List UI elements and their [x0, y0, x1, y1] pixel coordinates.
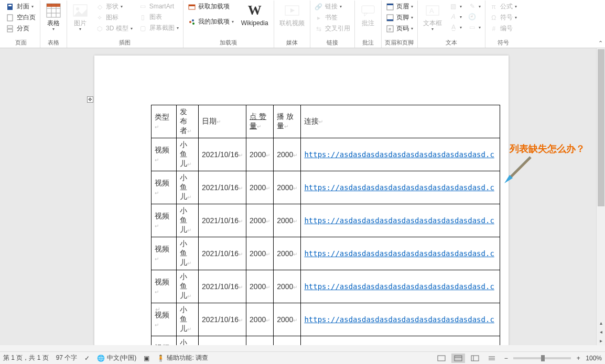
- table-button[interactable]: 表格 ▾: [42, 2, 64, 32]
- status-a11y[interactable]: 🧍辅助功能: 调查: [157, 354, 208, 362]
- get-addins-button[interactable]: 获取加载项: [186, 2, 236, 12]
- zoom-thumb[interactable]: [541, 355, 545, 361]
- zoom-slider[interactable]: [513, 357, 571, 359]
- svg-rect-35: [471, 356, 479, 361]
- group-tables: 表格 ▾ 表格: [40, 1, 67, 48]
- ribbon-collapse-button[interactable]: ⌃: [598, 40, 603, 47]
- dropcap-button[interactable]: A̲▾: [447, 23, 464, 32]
- icons-icon: ✧: [95, 14, 104, 22]
- table-row[interactable]: 视频↵小 鱼儿↵2021/10/16↵2000↵2000↵https://asd…: [152, 303, 500, 336]
- page-break-button[interactable]: 分页: [4, 24, 38, 34]
- group-tables-label: 表格: [48, 38, 59, 47]
- quickparts-button[interactable]: ▧▾: [447, 2, 464, 11]
- cell-url-link[interactable]: https://asdasdasdasdasdasdasdasdasdasdas…: [304, 183, 494, 192]
- my-addins-button[interactable]: 我的加载项 ▾: [186, 17, 236, 27]
- wikipedia-label: Wikipedia: [241, 19, 268, 27]
- page-break-icon: [6, 25, 15, 33]
- object-button[interactable]: ▭▾: [466, 23, 483, 32]
- view-print-button[interactable]: [451, 354, 465, 363]
- header-icon: [386, 3, 394, 11]
- ribbon: 封面 ▾ 空白页 分页 页面 表格 ▾ 表格: [0, 0, 605, 48]
- data-table[interactable]: 类型↵ 发 布者↵ 日期↵ 点 赞量↵ 播 放量↵ 连接↵ 视频↵小 鱼儿↵20…: [151, 105, 500, 345]
- cell-url-link[interactable]: https://asdasdasdasdasdasdasdasdasdasdas…: [304, 150, 494, 159]
- status-page[interactable]: 第 1 页，共 1 页: [3, 354, 49, 362]
- view-focus-button[interactable]: [435, 354, 448, 363]
- svg-rect-20: [362, 6, 374, 13]
- cover-page-button[interactable]: 封面 ▾: [4, 2, 38, 12]
- vertical-scrollbar[interactable]: ▴ ◂ ▸: [596, 48, 605, 345]
- page-number-button[interactable]: # 页码 ▾: [384, 24, 415, 34]
- status-proofing[interactable]: ✓: [84, 355, 90, 362]
- annotation-text: 列表缺失怎么办？: [510, 142, 585, 155]
- chevron-down-icon: ▾: [411, 15, 413, 20]
- status-bar: 第 1 页，共 1 页 97 个字 ✓ 🌐中文(中国) ▣ 🧍辅助功能: 调查 …: [0, 351, 605, 364]
- picture-button[interactable]: 图片 ▾: [69, 2, 91, 32]
- number-button[interactable]: # 编号: [488, 24, 519, 34]
- datetime-button[interactable]: 🕘: [466, 12, 483, 21]
- crossref-button[interactable]: ⇆ 交叉引用: [312, 24, 352, 34]
- zoom-in-button[interactable]: +: [574, 355, 582, 362]
- icons-button[interactable]: ✧ 图标: [93, 13, 135, 23]
- get-addins-label: 获取加载项: [198, 2, 230, 11]
- zoom-percent[interactable]: 100%: [586, 355, 602, 362]
- cell-type: 视频: [155, 212, 169, 220]
- group-headerfooter: 页眉 ▾ 页脚 ▾ # 页码 ▾ 页眉和页脚: [382, 1, 418, 48]
- wordart-button[interactable]: A▾: [447, 12, 464, 21]
- cell-url-link[interactable]: https://asdasdasdasdasdasdasdasdasdasdas…: [304, 216, 494, 225]
- wikipedia-button[interactable]: W Wikipedia: [238, 2, 272, 28]
- scroll-next-icon[interactable]: ▸: [597, 336, 605, 345]
- table-row[interactable]: 视频↵小 鱼儿↵2021/10/16↵2000↵2000↵https://asd…: [152, 237, 500, 270]
- view-web-button[interactable]: [468, 354, 482, 363]
- svg-point-15: [189, 21, 191, 23]
- chart-button[interactable]: ▯ 图表: [137, 12, 181, 22]
- view-outline-button[interactable]: [485, 354, 499, 363]
- table-row[interactable]: 视频↵小 鱼儿↵2021/10/16↵2000↵2000↵https://asd…: [152, 336, 500, 346]
- chevron-down-icon: ▾: [431, 27, 434, 31]
- table-row[interactable]: 视频↵小 鱼儿↵2021/10/16↵2000↵2000↵https://asd…: [152, 270, 500, 303]
- group-media-label: 媒体: [286, 38, 298, 47]
- scroll-up-icon[interactable]: ▴: [597, 318, 605, 327]
- cell-author: 小 鱼儿: [180, 206, 187, 234]
- svg-rect-4: [7, 29, 13, 32]
- 3d-model-button[interactable]: ⬡ 3D 模型 ▾: [93, 24, 135, 34]
- status-language[interactable]: 🌐中文(中国): [97, 354, 136, 362]
- symbol-button[interactable]: Ω 符号 ▾: [488, 13, 519, 23]
- cell-author: 小 鱼儿: [180, 140, 187, 168]
- table-icon: [46, 3, 61, 18]
- online-video-button[interactable]: 联机视频: [276, 2, 308, 28]
- table-header-row: 类型↵ 发 布者↵ 日期↵ 点 赞量↵ 播 放量↵ 连接↵: [152, 105, 500, 138]
- status-macro[interactable]: ▣: [144, 355, 149, 362]
- sigline-button[interactable]: ✎▾: [466, 2, 483, 11]
- smartart-button[interactable]: ▭ SmartArt: [137, 2, 181, 11]
- shapes-button[interactable]: ◇ 形状 ▾: [93, 2, 135, 12]
- chart-icon: ▯: [139, 13, 147, 21]
- page[interactable]: ✥ 类型↵ 发 布者↵ 日期↵ 点 赞量↵ 播 放量↵ 连接↵ 视频↵小 鱼儿↵…: [94, 56, 509, 345]
- cell-url-link[interactable]: https://asdasdasdasdasdasdasdasdasdasdas…: [304, 282, 494, 291]
- chevron-down-icon: ▾: [411, 4, 413, 9]
- comment-button[interactable]: 批注: [357, 2, 379, 28]
- svg-rect-25: [387, 19, 393, 21]
- table-anchor-icon[interactable]: ✥: [87, 96, 93, 103]
- table-row[interactable]: 视频↵小 鱼儿↵2021/10/16↵2000↵2000↵https://asd…: [152, 204, 500, 237]
- table-row[interactable]: 视频↵小 鱼儿↵2021/10/16↵2000↵2000↵https://asd…: [152, 138, 500, 171]
- scroll-prev-icon[interactable]: ◂: [597, 327, 605, 336]
- zoom-out-button[interactable]: −: [502, 355, 510, 362]
- header-button[interactable]: 页眉 ▾: [384, 2, 415, 12]
- cell-date: 2021/10/16: [202, 249, 239, 258]
- scrollbar-thumb[interactable]: [598, 49, 604, 206]
- chevron-down-icon: ▾: [411, 26, 413, 31]
- blank-page-button[interactable]: 空白页: [4, 13, 38, 23]
- cell-url-link[interactable]: https://asdasdasdasdasdasdasdasdasdasdas…: [304, 315, 494, 324]
- chevron-down-icon: ▾: [52, 27, 55, 31]
- bookmark-button[interactable]: ▸ 书签: [312, 13, 352, 23]
- link-button[interactable]: 🔗 链接 ▾: [312, 2, 352, 12]
- footer-button[interactable]: 页脚 ▾: [384, 13, 415, 23]
- textbox-button[interactable]: A 文本框 ▾: [420, 2, 445, 32]
- link-icon: 🔗: [315, 3, 323, 11]
- screenshot-button[interactable]: ▢ 屏幕截图 ▾: [137, 23, 181, 33]
- table-row[interactable]: 视频↵小 鱼儿↵2021/10/16↵2000↵2000↵https://asd…: [152, 171, 500, 204]
- group-addins-label: 加载项: [220, 38, 237, 47]
- cell-url-link[interactable]: https://asdasdasdasdasdasdasdasdasdasdas…: [304, 249, 494, 258]
- equation-button[interactable]: π 公式 ▾: [488, 2, 519, 12]
- status-words[interactable]: 97 个字: [56, 354, 78, 362]
